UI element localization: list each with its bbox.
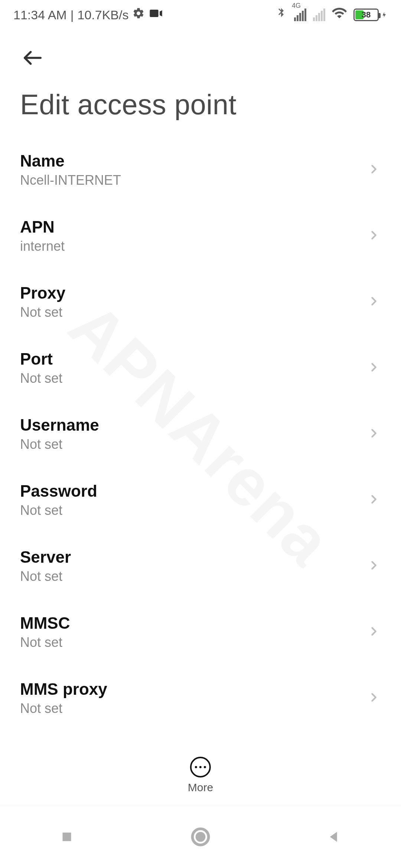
battery-icon: 38 [353, 9, 388, 21]
setting-mms-proxy[interactable]: MMS proxy Not set [0, 665, 401, 731]
status-bar: 11:34 AM | 10.7KB/s 4G [0, 0, 401, 30]
chevron-right-icon [367, 690, 381, 706]
setting-title: MMS proxy [20, 680, 361, 698]
battery-percent: 38 [355, 10, 378, 20]
nav-back-button[interactable] [303, 818, 366, 855]
square-icon [58, 828, 75, 845]
settings-list: Name Ncell-INTERNET APN internet Proxy N… [0, 137, 401, 731]
svg-point-3 [196, 832, 206, 842]
setting-value: internet [20, 239, 361, 254]
signal-no-sim-icon [313, 9, 325, 21]
page-title: Edit access point [20, 88, 381, 121]
network-label: 4G [292, 2, 301, 10]
setting-value: Not set [20, 635, 361, 650]
triangle-left-icon [326, 828, 343, 845]
setting-port[interactable]: Port Not set [0, 335, 401, 401]
chevron-right-icon [367, 360, 381, 376]
setting-value: Not set [20, 305, 361, 320]
status-separator: | [71, 8, 74, 22]
camera-icon [149, 6, 163, 24]
setting-title: Password [20, 482, 361, 500]
chevron-right-icon [367, 162, 381, 178]
chevron-right-icon [367, 492, 381, 508]
setting-apn[interactable]: APN internet [0, 203, 401, 269]
setting-title: MMSC [20, 614, 361, 632]
setting-value: Not set [20, 503, 361, 518]
svg-rect-1 [63, 832, 71, 841]
setting-proxy[interactable]: Proxy Not set [0, 269, 401, 335]
circle-icon [190, 826, 211, 848]
nav-recents-button[interactable] [35, 818, 98, 855]
more-icon [190, 757, 211, 777]
setting-title: APN [20, 218, 361, 236]
chevron-right-icon [367, 558, 381, 574]
more-label: More [188, 781, 213, 794]
setting-password[interactable]: Password Not set [0, 467, 401, 533]
bluetooth-icon [275, 7, 287, 23]
setting-title: Proxy [20, 284, 361, 302]
more-menu-button[interactable]: More [188, 757, 213, 794]
signal-4g-icon: 4G [294, 9, 306, 21]
setting-title: Username [20, 416, 361, 434]
setting-title: Name [20, 152, 361, 170]
gear-icon [132, 7, 145, 23]
back-button[interactable] [18, 43, 48, 73]
setting-title: Server [20, 548, 361, 566]
setting-name[interactable]: Name Ncell-INTERNET [0, 137, 401, 203]
setting-title: Port [20, 350, 361, 368]
setting-server[interactable]: Server Not set [0, 533, 401, 599]
arrow-left-icon [21, 46, 45, 70]
setting-value: Ncell-INTERNET [20, 172, 361, 188]
wifi-icon [332, 6, 347, 24]
chevron-right-icon [367, 294, 381, 310]
nav-home-button[interactable] [169, 818, 232, 855]
status-speed: 10.7KB/s [78, 8, 129, 22]
setting-value: Not set [20, 569, 361, 584]
setting-value: Not set [20, 437, 361, 452]
chevron-right-icon [367, 228, 381, 244]
setting-value: Not set [20, 371, 361, 386]
system-nav-bar [0, 805, 401, 868]
setting-username[interactable]: Username Not set [0, 401, 401, 467]
charging-icon [380, 10, 388, 20]
setting-value: Not set [20, 701, 361, 716]
setting-mmsc[interactable]: MMSC Not set [0, 599, 401, 665]
chevron-right-icon [367, 624, 381, 640]
chevron-right-icon [367, 426, 381, 442]
status-time: 11:34 AM [13, 8, 67, 22]
